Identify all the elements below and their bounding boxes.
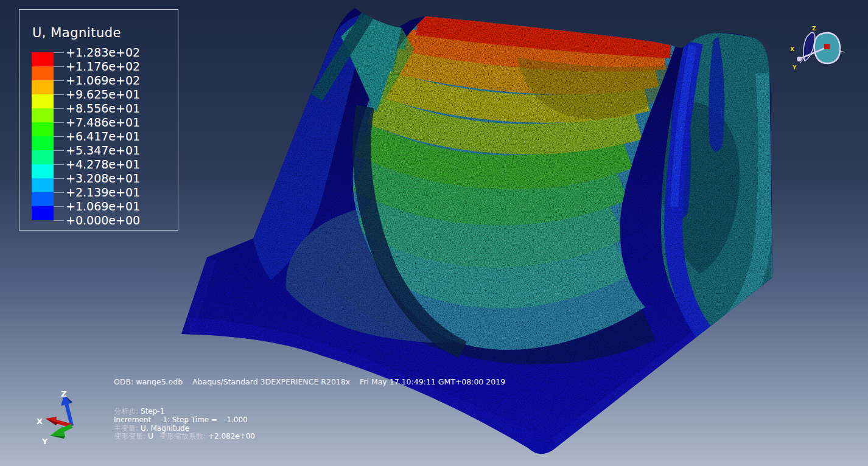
compass-y-label: Y [792,64,797,71]
legend-tick [54,150,64,151]
compass-origin-sphere [797,57,802,61]
z-axis-arrow [61,395,72,426]
primary-var-value: U, Magnitude [141,424,189,433]
legend-tick [54,66,64,67]
legend-label: +1.069e+02 [54,74,140,86]
legend-tick [54,136,64,137]
deformed-var-value: U [148,432,153,440]
legend-swatch [32,206,54,220]
legend-tick [54,108,64,109]
legend-swatch [32,66,54,80]
x-axis-arrow [46,417,72,426]
legend-swatch [32,80,54,94]
legend-label: +5.347e+01 [54,144,140,156]
legend-label: +1.069e+01 [54,200,140,212]
legend-swatch [32,192,54,206]
legend-tick [54,192,64,193]
legend-tick [54,206,64,207]
abaqus-viewport[interactable]: U, Magnitude +1.283e+02+1.176e+02+1.069e… [0,0,868,466]
status-block: 分析步:Step-1 Increment 1: Step Time = 1.00… [114,408,261,441]
scale-value: +2.082e+00 [208,432,255,440]
legend-label: +2.139e+01 [54,186,140,198]
triad-y-label: Y [41,437,48,446]
legend-tick [54,94,64,95]
legend-label: +6.417e+01 [54,130,140,142]
triad-z-label: Z [61,389,66,398]
status-increment-line: Increment 1: Step Time = 1.000 [114,416,261,425]
compass-x-label: X [790,46,794,52]
legend-title: U, Magnitude [32,26,121,40]
legend-label: +9.625e+01 [54,88,140,100]
legend-label: +4.278e+01 [54,158,140,170]
legend-label: +1.176e+02 [54,60,140,72]
legend-labels: +1.283e+02+1.176e+02+1.069e+02+9.625e+01… [54,52,175,220]
compass-marker [824,44,830,49]
legend-swatch [32,164,54,178]
legend-tick [54,220,64,221]
legend-swatch [32,94,54,108]
legend-swatch [32,52,54,66]
legend-swatch [32,136,54,150]
legend-tick [54,178,64,179]
status-deformed-var-line: 变形变量:U变形缩放系数:+2.082e+00 [114,433,261,441]
y-axis-arrow [50,426,72,439]
legend-swatch [32,178,54,192]
legend-swatches [32,52,54,220]
legend-label: +7.486e+01 [54,116,140,128]
compass-z-label: Z [812,26,816,32]
orientation-triad: Z X Y [27,380,119,453]
legend-tick [54,122,64,123]
legend-label: +8.556e+01 [54,102,140,114]
legend-tick [54,52,64,53]
status-primary-var-line: 主变量:U, Magnitude [114,425,261,433]
legend-swatch [32,150,54,164]
legend-swatch [32,122,54,136]
scale-label: 变形缩放系数: [159,432,206,440]
step-value: Step-1 [141,407,164,416]
contour-legend: U, Magnitude +1.283e+02+1.176e+02+1.069e… [19,9,178,231]
legend-tick [54,164,64,165]
legend-label: +3.208e+01 [54,172,140,184]
status-odb-line: ODB: wange5.odb Abaqus/Standard 3DEXPERI… [114,377,505,386]
legend-label: +0.000e+00 [54,214,140,226]
legend-swatch [32,108,54,122]
mesh-texture [170,0,779,466]
status-step-line: 分析步:Step-1 [114,408,261,416]
legend-label: +1.283e+02 [54,46,140,58]
legend-tick [54,80,64,81]
triad-x-label: X [37,417,43,426]
view-compass[interactable]: Z X Y [789,26,856,74]
